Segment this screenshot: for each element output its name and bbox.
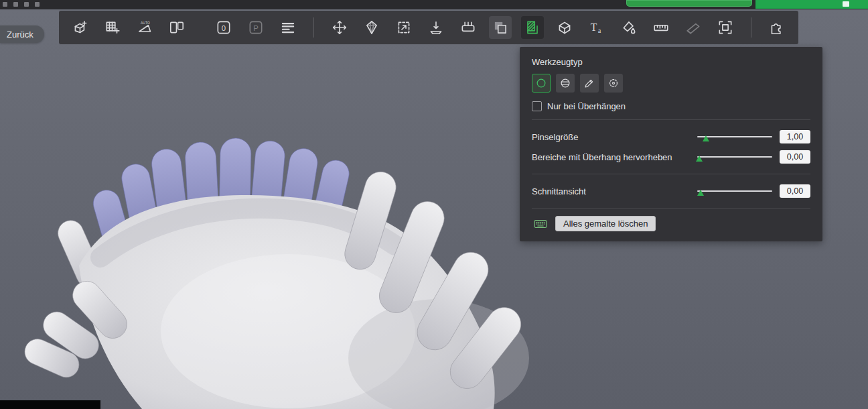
brush-size-row: Pinselgröße 1,00 xyxy=(532,127,810,147)
highlight-overhang-label: Bereiche mit Überhang hervorheben xyxy=(532,152,697,162)
bottom-left-bar xyxy=(0,400,100,409)
brush-size-label: Pinselgröße xyxy=(532,132,697,142)
viewport-3d[interactable]: Zurück AUTO0PTa Werkzeugtyp Nur bei Über… xyxy=(0,9,868,409)
only-overhangs-label: Nur bei Überhängen xyxy=(547,101,626,111)
clipping-view-slider[interactable] xyxy=(697,186,772,196)
highlight-overhang-slider[interactable] xyxy=(697,152,772,162)
auto-orient-button[interactable]: AUTO xyxy=(133,16,156,39)
toolbar-separator xyxy=(313,17,314,38)
overlap-icon xyxy=(492,19,509,36)
slider-track[interactable] xyxy=(697,190,772,192)
layer-lines-icon xyxy=(279,19,297,36)
titlebar-icon xyxy=(3,2,7,7)
arrange-button[interactable] xyxy=(101,16,124,39)
titlebar-icon xyxy=(24,2,29,7)
highlight-overhang-row: Bereiche mit Überhang hervorheben 0,00 xyxy=(532,147,810,167)
bucket-fill-tool-button[interactable] xyxy=(604,74,623,93)
scale-icon xyxy=(395,19,413,36)
tool-gap-icon xyxy=(607,76,620,90)
panel-divider xyxy=(532,208,810,209)
place-on-face-tool-button[interactable] xyxy=(425,16,447,39)
svg-text:0: 0 xyxy=(222,24,226,32)
slider-track[interactable] xyxy=(697,156,772,158)
connectors-tool-button[interactable] xyxy=(766,16,788,39)
badge-p-icon: P xyxy=(247,19,265,36)
brush-sphere-tool-button[interactable] xyxy=(556,74,575,93)
tool-sphere-icon xyxy=(559,76,572,90)
split-objects-button[interactable] xyxy=(165,16,188,39)
clipping-view-row: Schnittansicht 0,00 xyxy=(532,181,810,201)
text-tool-button[interactable]: Ta xyxy=(585,16,608,39)
paint-supports-tool-button[interactable] xyxy=(521,16,544,39)
svg-text:T: T xyxy=(591,21,597,33)
brush-size-slider[interactable] xyxy=(697,131,772,142)
panel-divider xyxy=(532,119,810,120)
clipping-view-value[interactable]: 0,00 xyxy=(780,184,810,198)
move-icon xyxy=(331,19,348,36)
seam-icon xyxy=(684,19,702,36)
move-tool-button[interactable] xyxy=(328,16,351,39)
cage-icon xyxy=(717,19,734,36)
add-cube-icon xyxy=(72,19,89,36)
smart-fill-tool-button[interactable] xyxy=(580,74,599,93)
copy-layout-icon xyxy=(168,19,186,36)
seam-tool-button[interactable] xyxy=(682,16,705,39)
paint-icon xyxy=(620,19,638,36)
badge-p-button[interactable]: P xyxy=(244,16,267,39)
panel-bottom-row: Alles gemalte löschen xyxy=(532,216,810,231)
titlebar-left-fragment xyxy=(3,2,40,7)
only-overhangs-row[interactable]: Nur bei Überhängen xyxy=(532,99,810,113)
paint-tool-button[interactable] xyxy=(618,16,640,39)
slider-thumb[interactable] xyxy=(696,156,703,162)
back-button-label: Zurück xyxy=(7,30,33,40)
brush-circle-tool-button[interactable] xyxy=(532,74,551,93)
keyboard-shortcuts-icon[interactable] xyxy=(532,217,549,231)
titlebar-icon xyxy=(35,2,40,7)
rotate-icon xyxy=(363,19,380,36)
svg-text:P: P xyxy=(253,24,259,32)
rotate-tool-button[interactable] xyxy=(360,16,383,39)
text-tool-icon: Ta xyxy=(588,19,605,36)
overlap-tool-button[interactable] xyxy=(489,16,512,39)
badge-zero-button[interactable]: 0 xyxy=(212,16,235,39)
back-button[interactable]: Zurück xyxy=(0,25,44,43)
add-object-button[interactable] xyxy=(69,16,92,39)
variable-layer-height-button[interactable] xyxy=(277,16,299,39)
export-button-partial[interactable] xyxy=(626,0,752,7)
flatten-icon xyxy=(427,19,445,36)
clipping-view-label: Schnittansicht xyxy=(532,186,697,196)
supports-icon xyxy=(524,19,541,36)
cut-box-icon xyxy=(556,19,573,36)
auto-orient-icon: AUTO xyxy=(136,19,153,36)
brush-size-value[interactable]: 1,00 xyxy=(780,130,810,143)
titlebar xyxy=(0,0,868,9)
highlight-overhang-value[interactable]: 0,00 xyxy=(780,150,810,164)
titlebar-icon xyxy=(13,2,18,7)
tool-circle-icon xyxy=(534,76,548,90)
toolbar-separator xyxy=(751,17,751,38)
svg-text:a: a xyxy=(598,27,601,34)
slider-thumb[interactable] xyxy=(703,135,709,141)
tool-fill-icon xyxy=(583,76,596,90)
only-overhangs-checkbox[interactable] xyxy=(532,101,542,111)
action-button-partial[interactable] xyxy=(755,0,868,9)
grid-add-icon xyxy=(104,19,121,36)
main-toolbar: AUTO0PTa xyxy=(59,11,798,44)
cut-tool-button[interactable] xyxy=(553,16,576,39)
svg-text:AUTO: AUTO xyxy=(141,21,150,25)
layer-range-tool-button[interactable] xyxy=(457,16,480,39)
tool-type-row xyxy=(532,74,810,93)
ruler-icon xyxy=(652,19,670,36)
button-glyph-fragment xyxy=(843,1,849,7)
slider-thumb[interactable] xyxy=(697,190,704,196)
badge-zero-icon: 0 xyxy=(215,19,232,36)
measure-tool-button[interactable] xyxy=(650,16,672,39)
application-window: Zurück AUTO0PTa Werkzeugtyp Nur bei Über… xyxy=(0,0,868,409)
scale-tool-button[interactable] xyxy=(392,16,415,39)
tool-panel: Werkzeugtyp Nur bei Überhängen Pinselgrö… xyxy=(520,47,822,241)
transform-cage-tool-button[interactable] xyxy=(714,16,737,39)
clear-painted-button[interactable]: Alles gemalte löschen xyxy=(555,216,656,231)
slab-icon xyxy=(459,19,477,36)
panel-divider xyxy=(532,174,810,174)
panel-title: Werkzeugtyp xyxy=(532,57,810,67)
